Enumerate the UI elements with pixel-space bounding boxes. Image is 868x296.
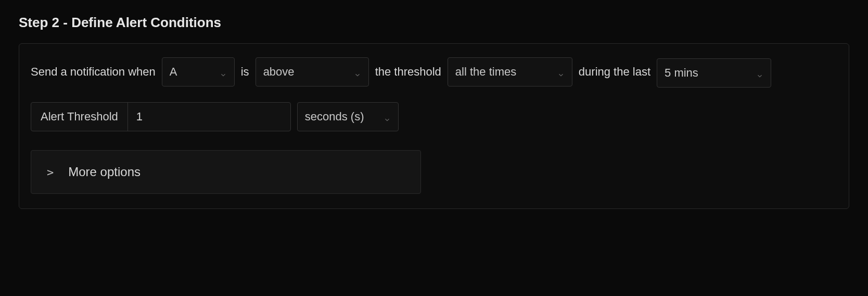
- chevron-down-icon: [384, 113, 391, 120]
- threshold-row: Alert Threshold seconds (s): [31, 102, 837, 131]
- condition-sentence-row: Send a notification when A is above the …: [31, 56, 837, 88]
- unit-select[interactable]: seconds (s): [297, 102, 399, 131]
- chevron-down-icon: [354, 68, 361, 76]
- alert-threshold-label: Alert Threshold: [31, 103, 128, 131]
- metric-select-value: A: [170, 65, 177, 79]
- frequency-select[interactable]: all the times: [448, 57, 572, 87]
- time-window-select-value: 5 mins: [665, 66, 698, 80]
- threshold-text: the threshold: [375, 57, 441, 87]
- chevron-down-icon: [557, 68, 565, 76]
- comparison-select-value: above: [263, 65, 295, 79]
- metric-select[interactable]: A: [162, 57, 235, 87]
- frequency-select-value: all the times: [455, 65, 516, 79]
- during-text: during the last: [579, 57, 650, 87]
- step-title: Step 2 - Define Alert Conditions: [19, 15, 849, 31]
- more-options-label: More options: [68, 165, 141, 179]
- comparison-select[interactable]: above: [256, 57, 369, 87]
- time-window-select[interactable]: 5 mins: [657, 58, 771, 88]
- alert-threshold-group: Alert Threshold: [31, 102, 291, 131]
- unit-select-value: seconds (s): [305, 110, 364, 124]
- chevron-right-icon: >: [47, 166, 54, 179]
- alert-conditions-panel: Send a notification when A is above the …: [19, 43, 849, 209]
- chevron-down-icon: [220, 68, 227, 76]
- chevron-down-icon: [756, 69, 763, 77]
- more-options-toggle[interactable]: > More options: [31, 150, 421, 194]
- alert-threshold-input[interactable]: [128, 103, 290, 131]
- is-text: is: [241, 57, 249, 87]
- condition-prefix-text: Send a notification when: [31, 57, 156, 87]
